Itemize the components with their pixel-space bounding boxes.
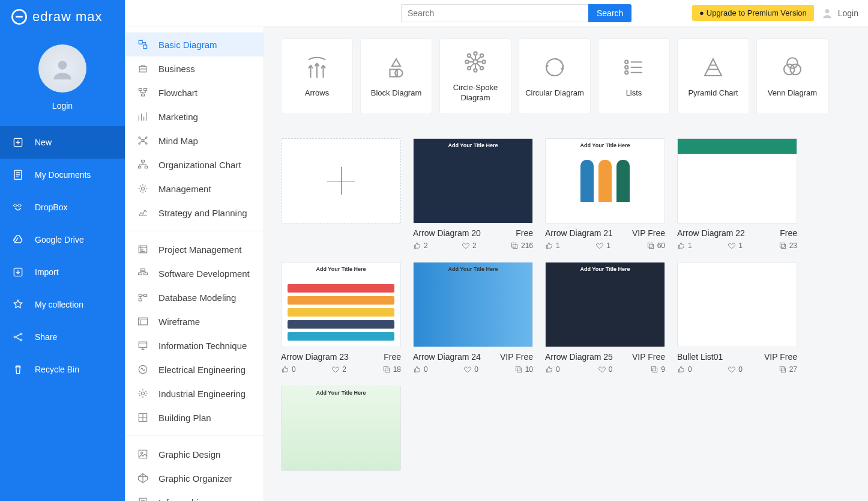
template-t22: Arrow Diagram 22Free 1 1 23 — [677, 138, 797, 250]
type-arrows[interactable]: Arrows — [281, 38, 353, 114]
category-go[interactable]: Graphic Organizer — [125, 466, 264, 490]
template-name: Arrow Diagram 22 — [677, 228, 745, 238]
nav-item-share[interactable]: Share — [0, 321, 125, 353]
svg-rect-20 — [142, 160, 145, 162]
category-label: Industrial Engineering — [158, 389, 246, 399]
nav-item-collection[interactable]: My collection — [0, 288, 125, 321]
category-it[interactable]: Information Technique — [125, 333, 264, 357]
login-link[interactable]: Login — [821, 7, 858, 19]
template-thumb[interactable]: Add Your Title Here — [413, 138, 533, 223]
wire-icon — [137, 315, 149, 327]
category-ee[interactable]: Electrical Engineering — [125, 357, 264, 381]
category-info[interactable]: Infographic — [125, 490, 264, 501]
template-name: Arrow Diagram 24 — [413, 352, 481, 362]
svg-rect-21 — [139, 166, 141, 168]
template-thumb[interactable]: Add Your Title Here — [413, 262, 533, 347]
stat-copies[interactable]: 23 — [779, 241, 797, 250]
category-bp[interactable]: Building Plan — [125, 405, 264, 430]
thumbs-up-icon — [281, 365, 289, 374]
type-label: Arrows — [305, 88, 329, 99]
recycle-icon — [12, 363, 24, 375]
nav-item-dropbox[interactable]: DropBox — [0, 191, 125, 223]
stat-favs[interactable]: 0 — [598, 365, 613, 374]
stat-likes[interactable]: 2 — [413, 241, 428, 250]
category-marketing[interactable]: Marketing — [125, 105, 264, 129]
svg-point-55 — [787, 58, 798, 68]
category-basic[interactable]: Basic Diagram — [125, 32, 264, 56]
stat-likes[interactable]: 0 — [281, 365, 296, 374]
stat-favs[interactable]: 0 — [728, 365, 743, 374]
svg-point-47 — [468, 67, 471, 70]
svg-rect-64 — [517, 368, 521, 372]
category-flowchart[interactable]: Flowchart — [125, 80, 264, 105]
stat-copies[interactable]: 216 — [510, 241, 533, 250]
category-label: Mind Map — [158, 136, 198, 146]
category-wire[interactable]: Wireframe — [125, 309, 264, 333]
template-thumb[interactable]: Add Your Title Here — [545, 262, 665, 347]
category-sw[interactable]: Software Development — [125, 261, 264, 285]
category-gd[interactable]: Graphic Design — [125, 442, 264, 466]
sidebar-primary: edraw max Login NewMy DocumentsDropBoxGo… — [0, 0, 125, 501]
dropbox-icon — [12, 201, 24, 213]
stat-favs[interactable]: 0 — [463, 365, 478, 374]
stat-favs[interactable]: 1 — [728, 241, 743, 250]
template-thumb[interactable] — [677, 138, 797, 223]
type-lists[interactable]: Lists — [598, 38, 670, 114]
type-label: Pyramid Chart — [688, 88, 738, 99]
stat-likes[interactable]: 0 — [677, 365, 692, 374]
stat-likes[interactable]: 0 — [413, 365, 428, 374]
nav-item-import[interactable]: Import — [0, 256, 125, 288]
category-strategy[interactable]: Strategy and Planning — [125, 201, 264, 225]
template-thumb[interactable]: Add Your Title Here — [281, 386, 401, 471]
stat-copies[interactable]: 27 — [779, 365, 797, 374]
search-button[interactable]: Search — [588, 4, 631, 22]
stat-copies[interactable]: 18 — [382, 365, 401, 374]
type-circle-spoke[interactable]: Circle-Spoke Diagram — [439, 38, 511, 114]
thumbs-up-icon — [413, 241, 421, 250]
template-name: Bullet List01 — [677, 352, 723, 362]
category-business[interactable]: Business — [125, 56, 264, 80]
template-thumb[interactable] — [281, 138, 401, 223]
category-label: Marketing — [158, 112, 198, 122]
ie-icon — [137, 387, 149, 399]
category-mgmt[interactable]: Management — [125, 177, 264, 201]
svg-rect-14 — [142, 94, 145, 96]
mydocs-icon — [12, 169, 24, 181]
stat-copies[interactable]: 9 — [650, 365, 665, 374]
stat-likes[interactable]: 1 — [677, 241, 692, 250]
type-venn[interactable]: Venn Diagram — [756, 38, 828, 114]
nav-item-new[interactable]: New — [0, 126, 125, 159]
upgrade-button[interactable]: ● Upgrade to Premium Version — [692, 5, 814, 21]
category-org[interactable]: Organizational Chart — [125, 153, 264, 177]
stat-favs[interactable]: 2 — [462, 241, 477, 250]
category-ie[interactable]: Industrial Engineering — [125, 381, 264, 405]
search-input[interactable] — [401, 4, 588, 22]
avatar[interactable] — [38, 44, 86, 93]
new-icon — [12, 136, 24, 148]
stat-favs[interactable]: 2 — [331, 365, 346, 374]
stat-likes[interactable]: 0 — [545, 365, 560, 374]
svg-point-23 — [142, 187, 145, 190]
type-circular[interactable]: Circular Diagram — [519, 38, 591, 114]
stat-copies[interactable]: 60 — [646, 241, 665, 250]
type-block[interactable]: Block Diagram — [360, 38, 432, 114]
stat-favs[interactable]: 1 — [595, 241, 610, 250]
stat-copies[interactable]: 10 — [514, 365, 533, 374]
nav-item-gdrive[interactable]: Google Drive — [0, 223, 125, 256]
type-pyramid[interactable]: Pyramid Chart — [677, 38, 749, 114]
stat-likes[interactable]: 1 — [545, 241, 560, 250]
template-thumb[interactable] — [677, 262, 797, 347]
template-thumb[interactable]: Add Your Title Here — [281, 262, 401, 347]
profile-login-link[interactable]: Login — [52, 101, 73, 111]
thumbs-up-icon — [677, 365, 686, 374]
category-pm[interactable]: Project Management — [125, 237, 264, 261]
nav-item-recycle[interactable]: Recycle Bin — [0, 353, 125, 386]
gdrive-icon — [12, 234, 24, 246]
nav-item-mydocs[interactable]: My Documents — [0, 159, 125, 191]
main-content: ArrowsBlock DiagramCircle-Spoke DiagramC… — [264, 26, 868, 501]
arrows-icon — [304, 55, 330, 80]
category-db[interactable]: Database Modeling — [125, 285, 264, 309]
svg-rect-68 — [781, 368, 785, 372]
category-mindmap[interactable]: Mind Map — [125, 129, 264, 153]
template-thumb[interactable]: Add Your Title Here — [545, 138, 665, 223]
